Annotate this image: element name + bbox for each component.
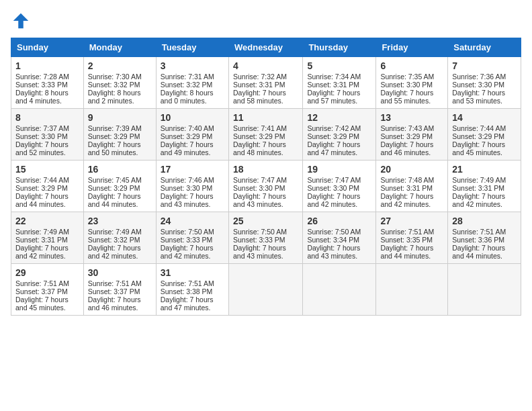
calendar-cell: 29Sunrise: 7:51 AMSunset: 3:37 PMDayligh… — [11, 264, 84, 316]
sunrise-text: Sunrise: 7:47 AM — [233, 176, 287, 184]
day-number: 30 — [88, 267, 152, 278]
daylight-text: Daylight: 7 hours and 49 minutes. — [161, 140, 214, 156]
col-monday: Monday — [83, 38, 156, 57]
day-number: 19 — [307, 164, 371, 175]
calendar-cell: 7Sunrise: 7:36 AMSunset: 3:30 PMDaylight… — [448, 57, 521, 109]
calendar-week-row: 15Sunrise: 7:44 AMSunset: 3:29 PMDayligh… — [11, 161, 521, 212]
sunrise-text: Sunrise: 7:40 AM — [161, 124, 214, 132]
calendar-cell: 28Sunrise: 7:51 AMSunset: 3:36 PMDayligh… — [448, 212, 521, 264]
sunrise-text: Sunrise: 7:44 AM — [15, 176, 69, 184]
day-number: 29 — [15, 267, 79, 278]
daylight-text: Daylight: 7 hours and 42 minutes. — [88, 244, 141, 260]
daylight-text: Daylight: 8 hours and 2 minutes. — [88, 89, 141, 105]
daylight-text: Daylight: 7 hours and 42 minutes. — [307, 192, 360, 208]
calendar-cell: 17Sunrise: 7:46 AMSunset: 3:30 PMDayligh… — [156, 161, 228, 212]
day-number: 1 — [15, 60, 79, 71]
calendar-cell: 31Sunrise: 7:51 AMSunset: 3:38 PMDayligh… — [156, 264, 228, 316]
calendar-cell: 23Sunrise: 7:49 AMSunset: 3:32 PMDayligh… — [83, 212, 156, 264]
daylight-text: Daylight: 7 hours and 43 minutes. — [233, 244, 286, 260]
sunrise-text: Sunrise: 7:35 AM — [380, 73, 434, 81]
sunset-text: Sunset: 3:29 PM — [380, 132, 433, 140]
sunset-text: Sunset: 3:33 PM — [161, 236, 213, 244]
day-number: 4 — [233, 60, 298, 71]
calendar-cell: 18Sunrise: 7:47 AMSunset: 3:30 PMDayligh… — [228, 161, 302, 212]
calendar-week-row: 1Sunrise: 7:28 AMSunset: 3:33 PMDaylight… — [11, 57, 521, 109]
day-number: 2 — [88, 60, 152, 71]
col-friday: Friday — [376, 38, 448, 57]
day-number: 16 — [88, 164, 152, 175]
calendar-cell: 15Sunrise: 7:44 AMSunset: 3:29 PMDayligh… — [11, 161, 84, 212]
sunrise-text: Sunrise: 7:50 AM — [161, 228, 214, 236]
sunset-text: Sunset: 3:30 PM — [15, 132, 68, 140]
daylight-text: Daylight: 8 hours and 4 minutes. — [15, 89, 69, 105]
daylight-text: Daylight: 7 hours and 50 minutes. — [88, 140, 141, 156]
sunset-text: Sunset: 3:29 PM — [15, 184, 68, 192]
svg-marker-0 — [13, 13, 29, 29]
day-number: 20 — [380, 164, 443, 175]
calendar-cell: 20Sunrise: 7:48 AMSunset: 3:31 PMDayligh… — [376, 161, 448, 212]
sunset-text: Sunset: 3:33 PM — [15, 81, 68, 89]
day-number: 22 — [15, 216, 79, 226]
calendar-cell: 22Sunrise: 7:49 AMSunset: 3:31 PMDayligh… — [11, 212, 84, 264]
day-number: 25 — [233, 216, 298, 226]
day-number: 26 — [307, 216, 371, 226]
sunrise-text: Sunrise: 7:46 AM — [161, 176, 214, 184]
calendar-cell: 21Sunrise: 7:49 AMSunset: 3:31 PMDayligh… — [448, 161, 521, 212]
daylight-text: Daylight: 7 hours and 44 minutes. — [452, 244, 505, 260]
sunset-text: Sunset: 3:30 PM — [452, 81, 504, 89]
sunset-text: Sunset: 3:30 PM — [307, 184, 359, 192]
sunrise-text: Sunrise: 7:41 AM — [233, 124, 287, 132]
calendar-cell — [376, 264, 448, 316]
sunrise-text: Sunrise: 7:51 AM — [452, 228, 506, 236]
calendar-cell: 10Sunrise: 7:40 AMSunset: 3:29 PMDayligh… — [156, 109, 228, 161]
day-number: 28 — [452, 216, 517, 226]
daylight-text: Daylight: 7 hours and 46 minutes. — [88, 295, 141, 312]
day-number: 9 — [88, 112, 152, 123]
day-number: 23 — [88, 216, 152, 226]
day-number: 13 — [380, 112, 443, 123]
day-number: 15 — [15, 164, 79, 175]
day-number: 5 — [307, 60, 371, 71]
calendar-cell: 9Sunrise: 7:39 AMSunset: 3:29 PMDaylight… — [83, 109, 156, 161]
sunset-text: Sunset: 3:32 PM — [88, 81, 140, 89]
sunset-text: Sunset: 3:30 PM — [380, 81, 433, 89]
sunrise-text: Sunrise: 7:51 AM — [380, 228, 434, 236]
sunset-text: Sunset: 3:29 PM — [88, 184, 140, 192]
sunset-text: Sunset: 3:29 PM — [307, 132, 359, 140]
day-number: 6 — [380, 60, 443, 71]
sunset-text: Sunset: 3:30 PM — [161, 184, 213, 192]
sunset-text: Sunset: 3:29 PM — [161, 132, 213, 140]
sunset-text: Sunset: 3:32 PM — [161, 81, 213, 89]
daylight-text: Daylight: 7 hours and 47 minutes. — [161, 295, 214, 312]
calendar-week-row: 22Sunrise: 7:49 AMSunset: 3:31 PMDayligh… — [11, 212, 521, 264]
sunset-text: Sunset: 3:29 PM — [233, 132, 285, 140]
sunrise-text: Sunrise: 7:42 AM — [307, 124, 361, 132]
sunset-text: Sunset: 3:31 PM — [380, 184, 433, 192]
daylight-text: Daylight: 7 hours and 44 minutes. — [380, 244, 433, 260]
sunset-text: Sunset: 3:37 PM — [88, 287, 140, 295]
daylight-text: Daylight: 7 hours and 43 minutes. — [233, 192, 286, 208]
sunset-text: Sunset: 3:32 PM — [88, 236, 140, 244]
day-number: 31 — [161, 267, 224, 278]
sunrise-text: Sunrise: 7:44 AM — [452, 124, 506, 132]
header-row: Sunday Monday Tuesday Wednesday Thursday… — [11, 38, 521, 57]
daylight-text: Daylight: 7 hours and 42 minutes. — [161, 244, 214, 260]
col-saturday: Saturday — [448, 38, 521, 57]
day-number: 18 — [233, 164, 298, 175]
sunrise-text: Sunrise: 7:36 AM — [452, 73, 506, 81]
col-thursday: Thursday — [303, 38, 376, 57]
daylight-text: Daylight: 7 hours and 44 minutes. — [15, 192, 69, 208]
calendar-cell: 13Sunrise: 7:43 AMSunset: 3:29 PMDayligh… — [376, 109, 448, 161]
day-number: 11 — [233, 112, 298, 123]
sunset-text: Sunset: 3:31 PM — [233, 81, 285, 89]
col-sunday: Sunday — [11, 38, 84, 57]
daylight-text: Daylight: 7 hours and 43 minutes. — [307, 244, 360, 260]
calendar-cell: 14Sunrise: 7:44 AMSunset: 3:29 PMDayligh… — [448, 109, 521, 161]
calendar-cell: 11Sunrise: 7:41 AMSunset: 3:29 PMDayligh… — [228, 109, 302, 161]
calendar-cell: 30Sunrise: 7:51 AMSunset: 3:37 PMDayligh… — [83, 264, 156, 316]
daylight-text: Daylight: 7 hours and 47 minutes. — [307, 140, 360, 156]
day-number: 12 — [307, 112, 371, 123]
calendar-cell: 6Sunrise: 7:35 AMSunset: 3:30 PMDaylight… — [376, 57, 448, 109]
sunset-text: Sunset: 3:29 PM — [88, 132, 140, 140]
day-number: 8 — [15, 112, 79, 123]
